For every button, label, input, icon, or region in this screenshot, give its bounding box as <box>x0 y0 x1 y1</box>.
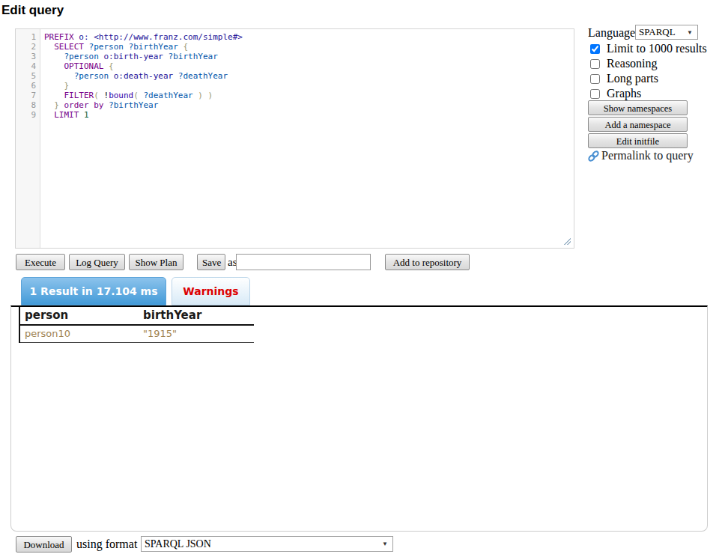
code-token <box>44 110 54 120</box>
chevron-down-icon: ▼ <box>687 29 694 36</box>
code-token: } <box>64 81 70 91</box>
code-line[interactable]: } order by ?birthYear <box>44 100 574 110</box>
code-token: o: <http://www.franz.com/simple#> <box>79 32 243 42</box>
limit-results-checkbox[interactable] <box>590 44 600 54</box>
code-token: { <box>109 61 114 71</box>
result-birthyear-value: "1915" <box>143 328 254 339</box>
code-token: SELECT <box>54 42 88 52</box>
line-number: 6 <box>16 81 40 91</box>
editor-lines: PREFIX o: <http://www.franz.com/simple#>… <box>44 32 574 120</box>
code-token: o:death-year <box>114 71 178 81</box>
code-token: PREFIX <box>44 32 79 42</box>
code-token: ?person <box>64 52 104 61</box>
format-select-value: SPARQL JSON <box>145 538 211 550</box>
code-line[interactable]: SELECT ?person ?birthYear { <box>44 42 574 52</box>
code-token: ) <box>198 91 207 100</box>
edit-initfile-button[interactable]: Edit initfile <box>588 133 688 148</box>
code-line[interactable]: ?person o:death-year ?deathYear <box>44 71 574 81</box>
editor-code[interactable]: PREFIX o: <http://www.franz.com/simple#>… <box>40 29 574 248</box>
table-row: person10 "1915" <box>20 326 254 343</box>
reasoning-checkbox[interactable] <box>590 59 600 69</box>
add-namespace-button[interactable]: Add a namespace <box>588 117 688 132</box>
line-number: 1 <box>16 32 40 42</box>
code-token: o:birth-year <box>103 52 168 61</box>
code-token: LIMIT <box>54 110 84 120</box>
code-token <box>44 91 64 100</box>
graphs-checkbox[interactable] <box>590 89 600 99</box>
code-token: ?person <box>74 71 114 81</box>
line-number: 3 <box>16 52 40 61</box>
code-token: ) <box>208 91 213 100</box>
limit-results-label: Limit to 1000 results <box>607 42 707 55</box>
permalink-label: Permalink to query <box>601 149 694 162</box>
tab-results[interactable]: 1 Result in 17.104 ms <box>21 277 166 305</box>
code-token: OPTIONAL <box>64 61 109 71</box>
line-number: 5 <box>16 71 40 81</box>
code-token <box>44 42 54 52</box>
reasoning-checkbox-row[interactable]: Reasoning <box>590 57 658 70</box>
format-select[interactable]: SPARQL JSON ▼ <box>141 536 393 552</box>
code-token: ?person ?birthYear <box>89 42 183 52</box>
graphs-label: Graphs <box>607 87 641 100</box>
execute-button[interactable]: Execute <box>16 254 65 270</box>
line-number: 7 <box>16 91 40 100</box>
code-token: ?deathYear <box>178 71 228 81</box>
tab-warnings[interactable]: Warnings <box>172 277 250 305</box>
line-number: 9 <box>16 110 40 120</box>
add-to-repository-button[interactable]: Add to repository <box>385 254 470 270</box>
editor-gutter: 123456789 <box>16 29 40 248</box>
code-token <box>44 61 64 71</box>
code-token: ?birthYear <box>109 100 158 110</box>
chevron-down-icon: ▼ <box>382 541 389 547</box>
code-line[interactable]: LIMIT 1 <box>44 110 574 120</box>
code-token: ?deathYear <box>144 91 198 100</box>
code-token: 1 <box>84 110 89 120</box>
code-token: { <box>183 42 188 52</box>
code-token: ?birthYear <box>169 52 218 61</box>
resize-handle-icon[interactable] <box>562 237 571 245</box>
edit-query-page: Edit query 123456789 PREFIX o: <http://w… <box>0 0 728 560</box>
long-parts-label: Long parts <box>607 72 658 85</box>
code-token: bound <box>109 91 133 100</box>
limit-results-checkbox-row[interactable]: Limit to 1000 results <box>590 42 707 55</box>
code-token <box>44 100 54 110</box>
code-line[interactable]: FILTER( !bound( ?deathYear ) ) <box>44 91 574 100</box>
show-namespaces-button[interactable]: Show namespaces <box>588 100 688 115</box>
language-select-value: SPARQL <box>639 26 676 38</box>
page-title: Edit query <box>1 3 64 18</box>
code-token: FILTER <box>64 91 94 100</box>
save-name-input[interactable] <box>236 254 371 270</box>
result-person-link[interactable]: person10 <box>20 328 143 339</box>
code-token: ( <box>94 91 103 100</box>
line-number: 4 <box>16 61 40 71</box>
line-number: 2 <box>16 42 40 52</box>
code-token <box>44 81 64 91</box>
line-number: 8 <box>16 100 40 110</box>
graphs-checkbox-row[interactable]: Graphs <box>590 87 641 100</box>
code-line[interactable]: PREFIX o: <http://www.franz.com/simple#> <box>44 32 574 42</box>
code-token <box>44 52 64 61</box>
download-button[interactable]: Download <box>16 536 72 553</box>
code-line[interactable]: } <box>44 81 574 91</box>
results-panel: person birthYear person10 "1915" <box>10 305 708 532</box>
show-plan-button[interactable]: Show Plan <box>129 254 183 270</box>
language-select[interactable]: SPARQL ▼ <box>635 25 698 40</box>
column-header-birthyear: birthYear <box>143 308 254 322</box>
result-table: person birthYear person10 "1915" <box>19 307 254 343</box>
code-token: } <box>54 100 64 110</box>
table-header-row: person birthYear <box>20 307 254 326</box>
save-button[interactable]: Save <box>197 254 225 270</box>
permalink-to-query-link[interactable]: Permalink to query <box>587 149 694 162</box>
chain-link-icon <box>587 150 600 162</box>
reasoning-label: Reasoning <box>607 57 658 70</box>
code-line[interactable]: OPTIONAL { <box>44 61 574 71</box>
language-label: Language: <box>588 26 639 40</box>
code-token: ( <box>133 91 143 100</box>
using-format-label: using format <box>76 538 137 551</box>
code-token: order by <box>64 100 109 110</box>
query-editor[interactable]: 123456789 PREFIX o: <http://www.franz.co… <box>15 28 574 249</box>
log-query-button[interactable]: Log Query <box>69 254 125 270</box>
code-line[interactable]: ?person o:birth-year ?birthYear <box>44 52 574 61</box>
long-parts-checkbox[interactable] <box>590 74 600 84</box>
long-parts-checkbox-row[interactable]: Long parts <box>590 72 658 85</box>
